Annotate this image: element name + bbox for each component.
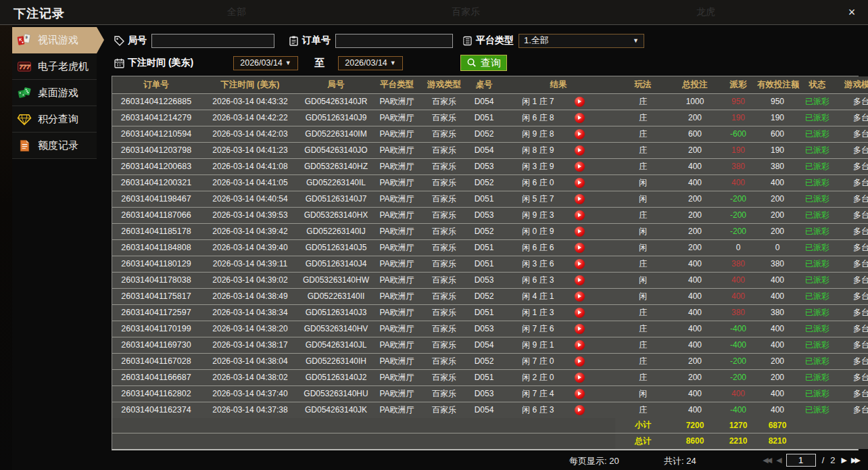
table-row: 260314041200321 2026-03-14 04:41:05 GD05… bbox=[112, 174, 868, 191]
first-page-icon[interactable]: ◀◀ bbox=[763, 456, 770, 465]
sidebar-item-quota-record[interactable]: 额度记录 bbox=[12, 133, 97, 159]
play-video-button[interactable] bbox=[575, 129, 585, 139]
play-icon bbox=[578, 197, 581, 201]
column-header: 下注时间 (美东) bbox=[200, 76, 300, 93]
play-icon bbox=[578, 229, 581, 233]
column-header: 订单号 bbox=[112, 76, 200, 93]
play-icon bbox=[578, 213, 581, 217]
table-row: 260314041167028 2026-03-14 04:38:04 GD05… bbox=[112, 353, 868, 369]
pagination: ◀◀ ◀ / 2 ▶ ▶▶ bbox=[763, 454, 859, 467]
play-video-button[interactable] bbox=[575, 356, 585, 367]
platform-type-value: 1.全部 bbox=[524, 34, 549, 47]
date-from-picker[interactable]: 2026/03/14 ▼ bbox=[233, 56, 298, 70]
sidebar-item-points-query[interactable]: 积分查询 bbox=[12, 106, 97, 133]
play-video-button[interactable] bbox=[575, 308, 585, 318]
grand-total-label: 总计 bbox=[615, 433, 671, 449]
play-icon bbox=[578, 343, 581, 347]
play-video-button[interactable] bbox=[575, 259, 585, 269]
total-count-label: 共计: 24 bbox=[664, 455, 696, 467]
previous-page-icon[interactable]: ◀ bbox=[776, 456, 780, 465]
table-row: 260314041162374 2026-03-14 04:37:38 GD05… bbox=[112, 402, 868, 418]
play-icon bbox=[578, 375, 581, 379]
round-no-input[interactable] bbox=[151, 34, 274, 48]
dice-icon bbox=[17, 86, 32, 99]
table-row: 260314041170199 2026-03-14 04:38:20 GD05… bbox=[112, 321, 868, 337]
column-header: 桌号 bbox=[466, 76, 502, 93]
play-icon bbox=[578, 408, 581, 412]
play-video-button[interactable] bbox=[575, 275, 585, 285]
play-icon bbox=[578, 116, 581, 120]
chevron-down-icon: ▼ bbox=[633, 37, 639, 44]
play-video-button[interactable] bbox=[575, 243, 585, 253]
list-icon bbox=[462, 35, 473, 47]
date-to-value: 2026/03/14 bbox=[345, 58, 387, 68]
page-number-input[interactable] bbox=[786, 454, 816, 467]
clipboard-icon bbox=[288, 35, 299, 47]
date-to-picker[interactable]: 2026/03/14 ▼ bbox=[338, 56, 403, 70]
table-row: 260314041162802 2026-03-14 04:37:40 GD05… bbox=[112, 385, 868, 402]
sidebar-item-video-games[interactable]: 9K♥视讯游戏 bbox=[12, 27, 97, 53]
table-row: 260314041178038 2026-03-14 04:39:02 GD05… bbox=[112, 272, 868, 288]
subtotal-total-bet: 7200 bbox=[671, 418, 719, 433]
play-icon bbox=[578, 99, 581, 103]
play-video-button[interactable] bbox=[575, 340, 585, 350]
play-icon bbox=[578, 245, 581, 250]
date-range-to-label: 至 bbox=[314, 57, 324, 70]
table-row: 260314041210594 2026-03-14 04:42:03 GD05… bbox=[112, 126, 868, 142]
table-row: 260314041198467 2026-03-14 04:40:54 GD05… bbox=[112, 191, 868, 207]
column-header: 玩法 bbox=[615, 76, 671, 93]
betting-record-dialog: 全部 百家乐 龙虎 下注记录 × 9K♥视讯游戏777电子老虎机桌面游戏积分查询… bbox=[0, 0, 868, 470]
play-video-button[interactable] bbox=[575, 145, 585, 156]
per-page-label: 每页显示: 20 bbox=[569, 455, 619, 467]
close-icon[interactable]: × bbox=[845, 5, 859, 19]
grand-total-valid-bet: 8210 bbox=[757, 433, 798, 449]
play-video-button[interactable] bbox=[575, 227, 585, 237]
table-row: 260314041169730 2026-03-14 04:38:17 GD05… bbox=[112, 337, 868, 353]
subtotal-label: 小计 bbox=[615, 418, 671, 433]
column-header: 总投注 bbox=[671, 76, 719, 93]
table-row: 260314041214279 2026-03-14 04:42:22 GD05… bbox=[112, 110, 868, 126]
table-header-row: 订单号下注时间 (美东)局号平台类型游戏类型桌号结果玩法总投注派彩有效投注额状态… bbox=[112, 76, 868, 93]
play-video-button[interactable] bbox=[575, 194, 585, 204]
play-video-button[interactable] bbox=[575, 113, 585, 123]
bet-time-label: 下注时间 (美东) bbox=[128, 57, 193, 69]
play-icon bbox=[578, 132, 581, 136]
order-no-input[interactable] bbox=[335, 34, 453, 48]
table-row: 260314041175817 2026-03-14 04:38:49 GD05… bbox=[112, 288, 868, 304]
subtotal-row: 小计 7200 1270 6870 bbox=[112, 418, 868, 433]
cards-icon: 9K♥ bbox=[17, 33, 32, 47]
column-header: 有效投注额 bbox=[757, 76, 798, 93]
round-no-label: 局号 bbox=[128, 34, 147, 47]
query-button-label: 查询 bbox=[481, 57, 501, 70]
grand-total-row: 总计 8600 2210 8210 bbox=[112, 433, 868, 449]
sidebar-item-slots[interactable]: 777电子老虎机 bbox=[12, 53, 97, 80]
play-video-button[interactable] bbox=[575, 291, 585, 302]
play-video-button[interactable] bbox=[575, 324, 585, 334]
play-video-button[interactable] bbox=[575, 373, 585, 383]
play-video-button[interactable] bbox=[575, 178, 585, 188]
play-icon bbox=[578, 327, 581, 331]
table-row: 260314041166687 2026-03-14 04:38:02 GD05… bbox=[112, 369, 868, 385]
calendar-icon bbox=[114, 57, 125, 69]
play-video-button[interactable] bbox=[575, 210, 585, 220]
bet-records-table: 订单号下注时间 (美东)局号平台类型游戏类型桌号结果玩法总投注派彩有效投注额状态… bbox=[112, 76, 859, 450]
play-video-button[interactable] bbox=[575, 162, 585, 172]
table-footer: 每页显示: 20 共计: 24 ◀◀ ◀ / 2 ▶ ▶▶ bbox=[112, 450, 859, 469]
play-icon bbox=[578, 164, 581, 168]
grand-total-total-bet: 8600 bbox=[671, 433, 719, 449]
play-video-button[interactable] bbox=[575, 405, 585, 415]
query-button[interactable]: 查询 bbox=[460, 55, 507, 71]
column-header: 局号 bbox=[300, 76, 372, 93]
platform-type-select[interactable]: 1.全部 ▼ bbox=[519, 34, 644, 48]
column-header: 状态 bbox=[798, 76, 837, 93]
play-video-button[interactable] bbox=[575, 389, 585, 399]
next-page-icon[interactable]: ▶ bbox=[842, 456, 846, 465]
page-title: 下注记录 bbox=[14, 5, 65, 22]
play-icon bbox=[578, 294, 581, 298]
grand-total-payout: 2210 bbox=[719, 433, 757, 449]
last-page-icon[interactable]: ▶▶ bbox=[851, 456, 859, 465]
play-video-button[interactable] bbox=[575, 97, 585, 107]
sidebar-item-table-games[interactable]: 桌面游戏 bbox=[12, 80, 97, 106]
order-no-label: 订单号 bbox=[302, 34, 331, 47]
table-row: 260314041203798 2026-03-14 04:41:23 GD05… bbox=[112, 142, 868, 158]
